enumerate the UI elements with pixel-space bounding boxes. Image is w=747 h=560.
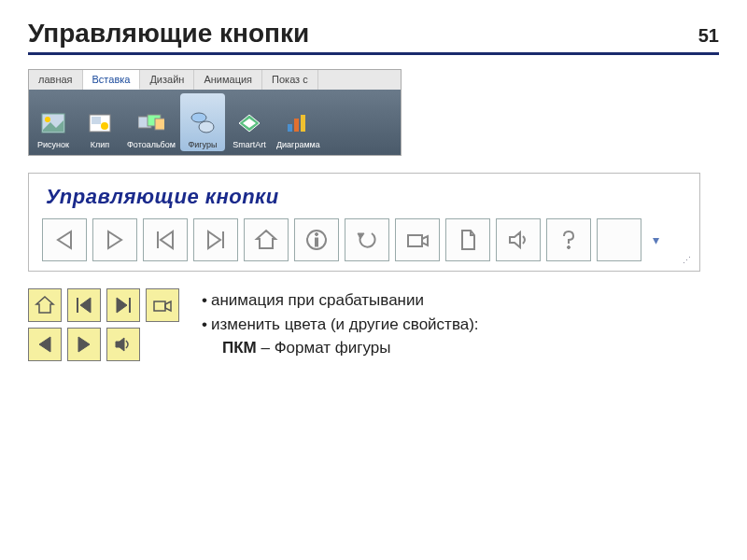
- action-button-info[interactable]: [294, 218, 339, 261]
- svg-marker-38: [78, 337, 90, 352]
- picture-icon: [40, 110, 66, 136]
- svg-marker-30: [36, 297, 53, 313]
- dropdown-arrow-icon[interactable]: ▾: [647, 232, 664, 247]
- svg-point-1: [45, 117, 50, 122]
- svg-rect-13: [294, 119, 299, 132]
- yellow-button-next-pause[interactable]: [106, 288, 140, 322]
- panel-title: Управляющие кнопки: [46, 185, 690, 209]
- ribbon-button-label: Рисунок: [37, 140, 69, 149]
- ribbon-tabs: лавная Вставка Дизайн Анимация Показ с: [29, 70, 401, 90]
- action-button-home[interactable]: [244, 218, 289, 261]
- yellow-button-first[interactable]: [67, 288, 101, 322]
- svg-rect-26: [408, 235, 422, 246]
- ribbon-button-shapes[interactable]: Фигуры: [180, 93, 225, 151]
- smartart-icon: [236, 110, 262, 136]
- svg-marker-37: [39, 337, 50, 352]
- bullet-list: •анимация при срабатывании •изменить цве…: [202, 288, 479, 360]
- chart-icon: [285, 110, 311, 136]
- ribbon-tab-animation[interactable]: Анимация: [194, 70, 262, 90]
- ribbon-button-label: Фигуры: [188, 140, 217, 149]
- svg-marker-28: [510, 232, 520, 247]
- svg-marker-36: [165, 301, 171, 311]
- ribbon-button-label: Фотоальбом: [127, 140, 176, 149]
- ribbon-button-clip[interactable]: Клип: [78, 93, 122, 151]
- svg-rect-14: [301, 115, 305, 132]
- svg-point-29: [568, 246, 571, 249]
- action-button-return[interactable]: [345, 218, 389, 261]
- svg-marker-16: [108, 231, 121, 248]
- svg-marker-39: [116, 338, 124, 351]
- ribbon-button-label: SmartArt: [233, 140, 266, 149]
- svg-marker-18: [161, 231, 173, 248]
- action-button-document[interactable]: [445, 218, 490, 261]
- action-button-movie[interactable]: [395, 218, 440, 261]
- svg-marker-21: [257, 231, 275, 248]
- svg-marker-25: [358, 233, 364, 239]
- ribbon-body: Рисунок Клип Фотоальбом Фигуры: [29, 90, 401, 155]
- ribbon-button-smartart[interactable]: SmartArt: [227, 93, 272, 151]
- action-button-sound[interactable]: [496, 218, 541, 261]
- ribbon-button-label: Диаграмма: [276, 140, 320, 149]
- ribbon-button-picture[interactable]: Рисунок: [31, 93, 76, 151]
- yellow-button-home[interactable]: [28, 288, 62, 322]
- yellow-buttons-group: [28, 288, 179, 361]
- svg-marker-19: [208, 231, 220, 248]
- svg-rect-7: [155, 119, 164, 130]
- ribbon-tab-home[interactable]: лавная: [29, 70, 83, 90]
- ribbon-button-chart[interactable]: Диаграмма: [274, 93, 323, 151]
- bullet-subitem: ПКМ – Формат фигуры: [222, 336, 479, 360]
- svg-point-4: [101, 122, 108, 130]
- svg-marker-27: [422, 236, 428, 245]
- action-buttons-panel: Управляющие кнопки ▾ ⋰: [28, 173, 700, 272]
- ribbon-tab-insert[interactable]: Вставка: [83, 70, 141, 90]
- svg-rect-24: [316, 238, 318, 246]
- svg-marker-32: [80, 298, 91, 313]
- svg-point-8: [191, 113, 206, 122]
- action-button-begin[interactable]: [143, 218, 188, 261]
- action-buttons-row: ▾: [38, 218, 690, 265]
- yellow-button-sound[interactable]: [106, 328, 140, 361]
- ribbon-button-label: Клип: [91, 140, 109, 149]
- action-button-forward[interactable]: [92, 218, 137, 261]
- yellow-button-movie[interactable]: [146, 288, 179, 322]
- svg-point-9: [199, 121, 214, 133]
- ribbon-tab-slideshow[interactable]: Показ с: [262, 70, 318, 90]
- shapes-icon: [190, 110, 216, 136]
- page-number: 51: [698, 25, 719, 47]
- yellow-button-prev[interactable]: [28, 328, 62, 361]
- ribbon-button-photoalbum[interactable]: Фотоальбом: [124, 93, 178, 151]
- svg-rect-3: [92, 117, 101, 124]
- resize-grip-icon[interactable]: ⋰: [683, 256, 696, 269]
- action-button-blank[interactable]: [597, 218, 641, 261]
- page-title: Управляющие кнопки: [28, 19, 309, 49]
- photoalbum-icon: [138, 110, 164, 136]
- svg-marker-33: [117, 298, 127, 313]
- action-button-end[interactable]: [193, 218, 238, 261]
- svg-marker-15: [58, 231, 71, 248]
- action-button-back[interactable]: [42, 218, 87, 261]
- ribbon: лавная Вставка Дизайн Анимация Показ с Р…: [28, 69, 402, 156]
- bullet-item: •анимация при срабатывании: [202, 288, 479, 313]
- action-button-help[interactable]: [546, 218, 591, 261]
- yellow-button-next[interactable]: [67, 328, 101, 361]
- svg-rect-12: [288, 124, 292, 132]
- svg-point-23: [316, 233, 318, 236]
- svg-rect-35: [154, 301, 165, 311]
- ribbon-tab-design[interactable]: Дизайн: [140, 70, 194, 90]
- bullet-item: •изменить цвета (и другие свойства):: [202, 313, 479, 337]
- clip-icon: [87, 110, 113, 136]
